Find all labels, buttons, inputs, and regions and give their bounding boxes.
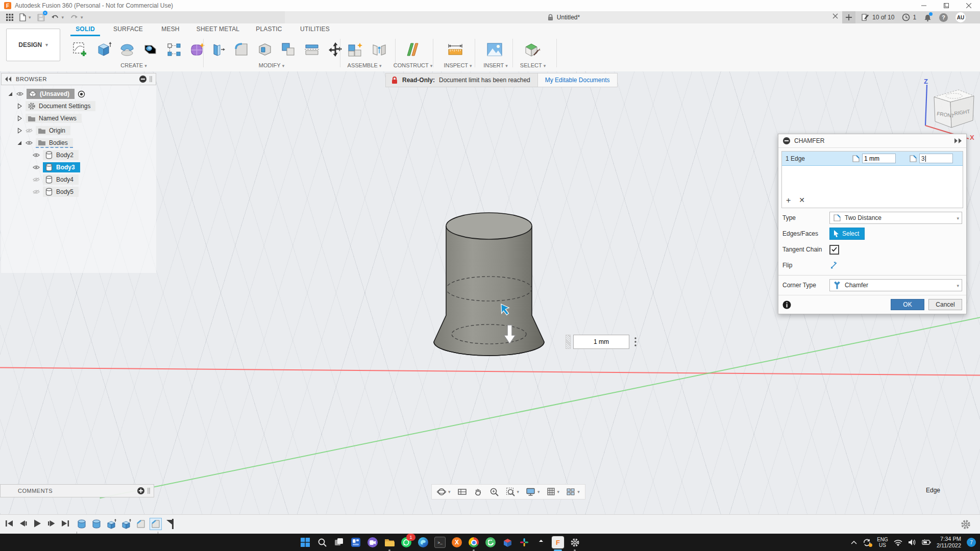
app-grid-icon[interactable] xyxy=(4,12,15,23)
insert-image-icon[interactable] xyxy=(484,38,505,61)
tangent-chain-checkbox[interactable] xyxy=(829,245,839,255)
volume-icon[interactable] xyxy=(908,539,916,546)
panel-grip-icon[interactable] xyxy=(148,488,151,494)
slack-icon[interactable] xyxy=(518,536,531,549)
select-button[interactable]: Select xyxy=(829,228,865,240)
visibility-eye-off-icon[interactable] xyxy=(26,128,33,134)
shell-icon[interactable] xyxy=(254,38,276,61)
clock[interactable]: 7:34 PM2/11/2022 xyxy=(937,536,961,549)
job-status[interactable]: 1 xyxy=(902,13,916,21)
select-tool-icon[interactable] xyxy=(522,38,543,61)
wifi-icon[interactable] xyxy=(894,539,902,546)
hole-icon[interactable] xyxy=(140,38,161,61)
revolve-icon[interactable] xyxy=(116,38,138,61)
expanded-triangle-icon[interactable] xyxy=(7,91,13,97)
new-component-icon[interactable] xyxy=(345,38,366,61)
tab-plastic[interactable]: PLASTIC xyxy=(256,26,282,33)
search-icon[interactable] xyxy=(315,536,329,549)
minimize-button[interactable] xyxy=(913,0,935,11)
go-to-end-icon[interactable] xyxy=(61,519,69,528)
inkscape-icon[interactable] xyxy=(534,536,548,549)
new-tab-button[interactable] xyxy=(842,11,855,23)
dimension-input[interactable] xyxy=(573,335,629,349)
group-label-select[interactable]: SELECT xyxy=(520,62,546,68)
joint-icon[interactable] xyxy=(369,38,390,61)
tab-solid[interactable]: SOLID xyxy=(76,26,95,33)
timeline-position-marker[interactable] xyxy=(164,518,177,530)
construction-plane-icon[interactable] xyxy=(401,38,423,61)
browser-collapse-icon[interactable] xyxy=(139,75,147,83)
timeline-settings-gear-icon[interactable] xyxy=(961,519,971,530)
terminal-icon[interactable]: >_ xyxy=(433,536,447,549)
go-to-start-icon[interactable] xyxy=(5,519,13,528)
tree-row-document-settings[interactable]: Document Settings xyxy=(16,101,95,112)
play-icon[interactable] xyxy=(33,519,42,528)
look-at-icon[interactable] xyxy=(457,487,467,496)
group-label-insert[interactable]: INSERT xyxy=(483,62,508,68)
document-tab[interactable]: Untitled* xyxy=(285,11,842,23)
tab-surface[interactable]: SURFACE xyxy=(113,26,143,33)
start-button[interactable] xyxy=(299,536,312,549)
rectangular-pattern-icon[interactable] xyxy=(163,38,185,61)
viewport-canvas[interactable]: Read-Only: Document limit has been reach… xyxy=(0,71,980,515)
drag-handle[interactable] xyxy=(566,335,571,349)
visibility-eye-icon[interactable] xyxy=(33,152,40,158)
model-body3[interactable] xyxy=(413,196,567,370)
visibility-eye-icon[interactable] xyxy=(26,140,33,146)
measure-icon[interactable] xyxy=(445,38,467,61)
collapsed-triangle-icon[interactable] xyxy=(16,115,22,121)
help-button[interactable]: ? xyxy=(939,13,948,22)
widgets-icon[interactable] xyxy=(349,536,362,549)
move-icon[interactable] xyxy=(325,38,346,61)
browser-header[interactable]: BROWSER xyxy=(1,73,156,85)
visibility-eye-off-icon[interactable] xyxy=(33,177,40,183)
timeline-extrude-feature[interactable] xyxy=(105,518,117,530)
press-pull-icon[interactable] xyxy=(207,38,229,61)
activate-radio-icon[interactable] xyxy=(78,90,85,98)
expanded-triangle-icon[interactable] xyxy=(16,140,22,146)
type-dropdown[interactable]: Two Distance xyxy=(829,212,962,224)
comments-bar[interactable]: COMMENTS xyxy=(0,484,154,497)
pan-icon[interactable] xyxy=(474,487,483,496)
add-selection-button[interactable]: + xyxy=(786,196,791,205)
close-button[interactable] xyxy=(958,0,980,11)
user-avatar[interactable]: AU xyxy=(955,12,966,22)
zoom-window-icon[interactable] xyxy=(506,487,520,496)
extrude-icon[interactable] xyxy=(93,38,114,61)
step-back-icon[interactable] xyxy=(19,519,27,528)
task-view-icon[interactable] xyxy=(332,536,346,549)
chat-icon[interactable] xyxy=(366,536,379,549)
zoom-icon[interactable] xyxy=(489,487,499,496)
editable-documents-link[interactable]: My Editable Documents xyxy=(537,73,617,87)
fillet-icon[interactable] xyxy=(231,38,252,61)
kebab-menu-icon[interactable] xyxy=(632,336,639,347)
dialog-header[interactable]: CHAMFER xyxy=(778,134,966,148)
group-label-create[interactable]: CREATE xyxy=(120,62,146,68)
distance2-input[interactable]: 3 xyxy=(919,154,953,163)
group-label-inspect[interactable]: INSPECT xyxy=(444,62,472,68)
chrome-icon[interactable] xyxy=(467,536,480,549)
view-cube[interactable]: Z X FRONT RIGHT xyxy=(915,77,977,141)
sololearn-icon[interactable] xyxy=(484,536,497,549)
cancel-button[interactable]: Cancel xyxy=(928,299,962,310)
tab-utilities[interactable]: UTILITIES xyxy=(300,26,330,33)
display-settings-icon[interactable] xyxy=(526,487,540,496)
workspace-selector[interactable]: DESIGN xyxy=(6,29,60,61)
flip-icon[interactable] xyxy=(829,261,839,270)
notifications-bell[interactable] xyxy=(924,13,932,21)
info-icon[interactable] xyxy=(782,300,791,309)
tree-row-body4[interactable]: Body4 xyxy=(33,174,79,185)
whatsapp-icon[interactable]: 1 xyxy=(400,536,413,549)
tree-row-body2[interactable]: Body2 xyxy=(33,149,79,161)
dock-arrows-icon[interactable] xyxy=(954,138,962,143)
tree-row-root[interactable]: (Unsaved) xyxy=(7,88,85,99)
collapsed-triangle-icon[interactable] xyxy=(16,128,22,134)
group-label-construct[interactable]: CONSTRUCT xyxy=(394,62,433,68)
tab-mesh[interactable]: MESH xyxy=(161,26,179,33)
redo-icon[interactable] xyxy=(68,12,85,23)
remove-selection-button[interactable]: ✕ xyxy=(799,196,805,205)
tray-chevron-icon[interactable] xyxy=(851,540,857,544)
orbit-icon[interactable] xyxy=(437,487,451,496)
combine-icon[interactable] xyxy=(278,38,299,61)
settings-icon[interactable] xyxy=(568,536,581,549)
